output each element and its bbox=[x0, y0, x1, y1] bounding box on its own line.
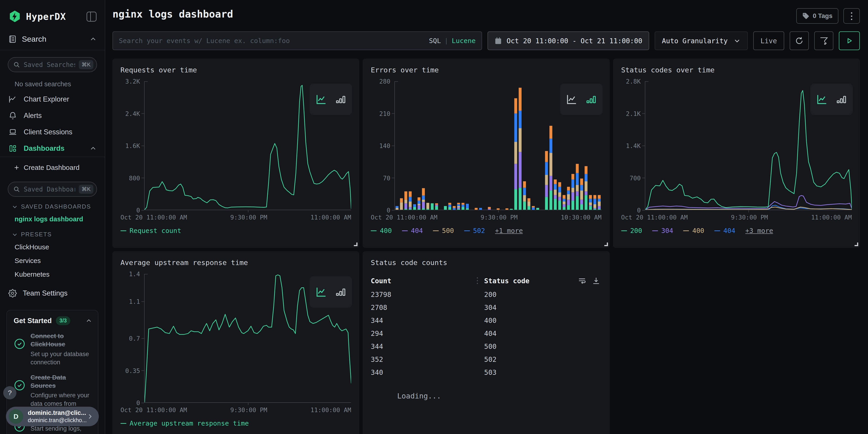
run-query-button[interactable] bbox=[839, 31, 860, 50]
chevron-up-icon[interactable] bbox=[90, 36, 97, 42]
table-row[interactable]: 2708304 bbox=[371, 301, 601, 314]
legend-item[interactable]: 404 bbox=[714, 227, 735, 235]
legend-item[interactable]: 502 bbox=[464, 227, 485, 235]
team-settings-button[interactable]: Team Settings bbox=[0, 281, 105, 305]
saved-searches-field[interactable] bbox=[24, 61, 75, 68]
panel-title: Requests over time bbox=[120, 66, 351, 74]
refresh-button[interactable] bbox=[790, 31, 809, 50]
legend-swatch bbox=[371, 230, 377, 231]
legend-item[interactable]: 400 bbox=[371, 227, 392, 235]
legend-swatch bbox=[683, 230, 689, 231]
download-icon[interactable] bbox=[591, 276, 601, 286]
date-range-picker[interactable]: Oct 20 11:00:00 - Oct 21 11:00:00 bbox=[488, 31, 649, 50]
sidebar-item-client-sessions[interactable]: Client Sessions bbox=[0, 124, 105, 140]
legend-item[interactable]: 400 bbox=[683, 227, 704, 235]
chart-legend: Request count bbox=[120, 227, 351, 235]
table-row[interactable]: 344500 bbox=[371, 340, 601, 353]
presets-group[interactable]: PRESETS bbox=[0, 226, 105, 240]
legend-more-link[interactable]: +1 more bbox=[495, 227, 523, 235]
legend-item[interactable]: Request count bbox=[120, 227, 181, 235]
chart-type-toggle bbox=[310, 276, 352, 308]
shortcut-badge: ⌘K bbox=[79, 60, 93, 69]
sidebar-item-dashboards[interactable]: Dashboards bbox=[0, 140, 105, 157]
panel-resize-handle[interactable] bbox=[354, 243, 358, 246]
live-button[interactable]: Live bbox=[753, 31, 784, 50]
legend-label: Request count bbox=[130, 227, 181, 235]
cell-count: 344 bbox=[371, 316, 484, 324]
column-header-count[interactable]: Count bbox=[371, 277, 477, 285]
table-header-row: Count Status code bbox=[371, 276, 601, 286]
get-started-item-subtitle: Configure where your data comes from bbox=[31, 391, 92, 408]
cell-status-code: 502 bbox=[484, 355, 496, 364]
saved-dashboards-field[interactable] bbox=[24, 186, 75, 193]
app-root: HyperDX Search ⌘K No saved searches Char… bbox=[0, 0, 868, 434]
table-row[interactable]: 352502 bbox=[371, 353, 601, 366]
sidebar-section-search[interactable]: Search bbox=[0, 26, 105, 50]
user-email: dominic.tran@clickho... bbox=[28, 417, 82, 424]
saved-searches-input[interactable]: ⌘K bbox=[8, 57, 97, 72]
line-chart-toggle-icon[interactable] bbox=[565, 93, 578, 106]
chevron-down-icon bbox=[12, 231, 18, 238]
saved-dashboards-input[interactable]: ⌘K bbox=[8, 182, 97, 197]
kebab-menu-icon[interactable] bbox=[843, 8, 860, 24]
create-dashboard-button[interactable]: Create Dashboard bbox=[0, 160, 105, 175]
legend-more-link[interactable]: +3 more bbox=[745, 227, 773, 235]
chevron-down-icon bbox=[734, 37, 741, 44]
help-button[interactable]: ? bbox=[3, 386, 17, 399]
table-row[interactable]: 340503 bbox=[371, 366, 601, 379]
sidebar-item-alerts[interactable]: Alerts bbox=[0, 107, 105, 124]
x-label-start: Oct 20 11:00:00 AM bbox=[621, 214, 688, 221]
tags-button[interactable]: 0 Tags bbox=[796, 8, 838, 24]
chevron-up-icon[interactable] bbox=[86, 318, 92, 324]
legend-item[interactable]: 500 bbox=[433, 227, 454, 235]
sidebar-preset-kubernetes[interactable]: Kubernetes bbox=[0, 268, 105, 281]
wrap-text-icon[interactable] bbox=[577, 276, 587, 286]
cell-status-code: 400 bbox=[484, 316, 496, 324]
line-chart-toggle-icon[interactable] bbox=[315, 93, 328, 106]
search-section-label: Search bbox=[22, 35, 46, 43]
filter-button[interactable] bbox=[814, 31, 833, 50]
line-chart-toggle-icon[interactable] bbox=[815, 93, 829, 106]
sidebar-item-chart-explorer[interactable]: Chart Explorer bbox=[0, 91, 105, 107]
column-drag-icon[interactable] bbox=[477, 277, 478, 285]
chart-type-toggle bbox=[810, 84, 853, 115]
line-chart-toggle-icon[interactable] bbox=[315, 285, 328, 299]
get-started-item[interactable]: Connect to ClickHouse Set up your databa… bbox=[14, 332, 92, 367]
sql-mode-toggle[interactable]: SQL bbox=[429, 37, 441, 44]
legend-item[interactable]: 200 bbox=[621, 227, 642, 235]
divider bbox=[0, 157, 105, 157]
chevron-up-icon[interactable] bbox=[90, 145, 97, 152]
bar-chart-toggle-icon[interactable] bbox=[584, 93, 597, 106]
sidebar-dashboard-nginx-logs[interactable]: nginx logs dashboard bbox=[0, 212, 105, 226]
legend-item[interactable]: 304 bbox=[652, 227, 673, 235]
panel-resize-handle[interactable] bbox=[855, 243, 858, 246]
laptop-icon bbox=[8, 128, 17, 136]
sidebar-preset-clickhouse[interactable]: ClickHouse bbox=[0, 240, 105, 254]
get-started-item[interactable]: Create Data Sources Configure where your… bbox=[14, 373, 92, 408]
user-account-button[interactable]: D dominic.tran@clic... dominic.tran@clic… bbox=[6, 407, 99, 426]
table-row[interactable]: 23798200 bbox=[371, 288, 601, 301]
panel-title: Status code counts bbox=[371, 258, 601, 267]
lucene-mode-toggle[interactable]: Lucene bbox=[452, 37, 476, 44]
bell-icon bbox=[8, 111, 17, 120]
event-search-input[interactable] bbox=[119, 37, 425, 44]
column-header-status-code[interactable]: Status code bbox=[484, 277, 529, 285]
legend-item[interactable]: Average upstream response time bbox=[120, 420, 249, 427]
sidebar-preset-services[interactable]: Services bbox=[0, 254, 105, 268]
table-row[interactable]: 344400 bbox=[371, 314, 601, 327]
bar-chart-toggle-icon[interactable] bbox=[835, 93, 848, 106]
saved-dashboards-group[interactable]: SAVED DASHBOARDS bbox=[0, 198, 105, 212]
bar-chart-toggle-icon[interactable] bbox=[334, 93, 347, 106]
granularity-select[interactable]: Auto Granularity bbox=[655, 31, 748, 50]
y-tick-label: 0.35 bbox=[125, 367, 144, 374]
bar-chart-toggle-icon[interactable] bbox=[334, 285, 347, 299]
sidebar-collapse-icon[interactable] bbox=[87, 11, 97, 22]
event-search-bar[interactable]: SQL | Lucene bbox=[113, 31, 482, 50]
cell-count: 2708 bbox=[371, 304, 484, 311]
y-tick-label: 70 bbox=[383, 175, 395, 182]
get-started-progress-badge: 3/3 bbox=[56, 316, 70, 325]
table-row[interactable]: 294404 bbox=[371, 327, 601, 340]
sidebar-item-label: Alerts bbox=[24, 112, 42, 120]
legend-item[interactable]: 404 bbox=[402, 227, 423, 235]
panel-resize-handle[interactable] bbox=[604, 243, 608, 246]
